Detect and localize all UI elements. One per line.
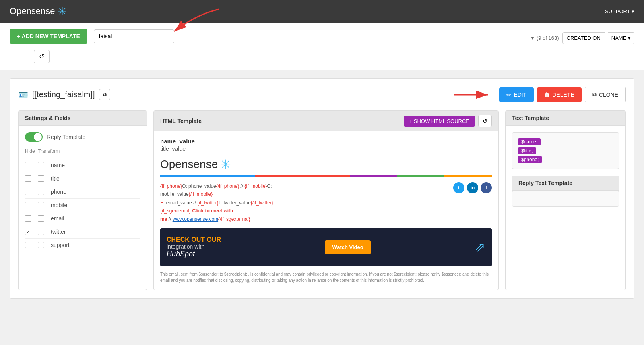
logo-star-icon: ✳ xyxy=(58,5,67,18)
text-template-box: $name; $title; $phone; xyxy=(512,132,619,169)
endif-phone-tag: {/if_phone} xyxy=(216,183,239,189)
field-twitter-label: twitter xyxy=(51,229,140,235)
toolbar-right: ▼ (9 of 163) CREATED ON NAME ▾ xyxy=(530,29,634,44)
html-body: name_value title_value Opensense ✳ xyxy=(154,131,498,290)
banner-sub: integration with xyxy=(167,243,221,250)
disclaimer-text: This email, sent from $sgsender; to $sgr… xyxy=(160,271,492,283)
html-refresh-button[interactable]: ↺ xyxy=(478,115,492,127)
banner-hubspot: HubSpot xyxy=(167,250,221,258)
filter-count: ▼ (9 of 163) xyxy=(530,35,559,41)
edit-button[interactable]: ✏ EDIT xyxy=(499,87,534,102)
field-support-label: support xyxy=(51,242,140,248)
template-name: [[testing_faisalm]] xyxy=(32,90,95,99)
field-mobile-transform-checkbox[interactable] xyxy=(38,202,44,208)
reply-text-box xyxy=(512,191,619,207)
endif-twitter-tag: {/if_twitter} xyxy=(251,200,273,206)
fields-header: Hide Transform xyxy=(25,148,140,156)
field-row-title: title xyxy=(25,172,140,185)
if-phone-tag: {if_phone} xyxy=(160,183,182,189)
field-email-hide-checkbox[interactable] xyxy=(25,215,31,222)
field-name-hide-checkbox[interactable] xyxy=(25,162,31,168)
field-title-label: title xyxy=(51,175,140,182)
template-body: Settings & Fields Reply Template Hide Tr… xyxy=(18,110,626,290)
contact-info-text: {if_phone}O: phone_value{/if_phone} // {… xyxy=(160,182,273,223)
field-mobile-label: mobile xyxy=(51,202,140,208)
contact-line2: E: email_value // {if_twitter}T: twitter… xyxy=(160,199,273,207)
text-template-body: $name; $title; $phone; Reply Text Templa… xyxy=(506,126,625,213)
reset-row: ↺ xyxy=(10,50,50,63)
email-label-red: E: xyxy=(160,200,165,206)
template-card: 🪪 [[testing_faisalm]] ⧉ ✏ xyxy=(10,78,634,299)
tag-name: $name; xyxy=(518,138,541,145)
if-mobile-tag: {if_mobile} xyxy=(245,183,267,189)
field-phone-transform-checkbox[interactable] xyxy=(38,189,44,195)
field-title-hide-checkbox[interactable] xyxy=(25,175,31,182)
settings-header: Settings & Fields xyxy=(19,111,147,126)
text-template-col: Text Template $name; $title; $phone; Rep… xyxy=(505,110,626,290)
contact-line1b: mobile_value{/if_mobile} xyxy=(160,190,273,198)
filter-icon: ▼ xyxy=(530,35,535,41)
clone-icon: ⧉ xyxy=(592,91,597,98)
add-template-button[interactable]: + ADD NEW TEMPLATE xyxy=(10,29,87,44)
sort-name-button[interactable]: NAME ▾ xyxy=(608,32,634,44)
field-row-mobile: mobile xyxy=(25,199,140,212)
html-template-title: HTML Template xyxy=(160,118,202,124)
template-actions: ✏ EDIT 🗑 DELETE ⧉ CLONE xyxy=(499,87,626,102)
sort-created-button[interactable]: CREATED ON xyxy=(562,32,605,44)
color-seg-blue xyxy=(160,175,255,177)
copy-button[interactable]: ⧉ xyxy=(99,89,110,100)
field-name-transform-checkbox[interactable] xyxy=(38,162,44,168)
color-seg-purple xyxy=(350,175,397,177)
field-support-hide-checkbox[interactable] xyxy=(25,242,31,248)
delete-button[interactable]: 🗑 DELETE xyxy=(537,87,581,102)
toolbar-search-row: + ADD NEW TEMPLATE xyxy=(10,29,174,44)
reset-button[interactable]: ↺ xyxy=(34,50,50,63)
main-content: 🪪 [[testing_faisalm]] ⧉ ✏ xyxy=(0,70,644,307)
reply-toggle-label: Reply Template xyxy=(47,134,85,140)
if-twitter-tag: {if_twitter} xyxy=(197,200,219,206)
show-html-source-button[interactable]: + SHOW HTML SOURCE xyxy=(404,116,475,127)
contact-line1: {if_phone}O: phone_value{/if_phone} // {… xyxy=(160,182,273,190)
field-twitter-hide-checkbox[interactable] xyxy=(25,229,31,235)
settings-body: Reply Template Hide Transform name xyxy=(19,126,147,258)
reply-text-template-header: Reply Text Template xyxy=(512,176,619,191)
contact-info-row: {if_phone}O: phone_value{/if_phone} // {… xyxy=(160,182,492,223)
search-input[interactable] xyxy=(94,29,174,43)
logo-text: Opensense xyxy=(10,6,55,17)
field-phone-hide-checkbox[interactable] xyxy=(25,189,31,195)
field-row-support: support xyxy=(25,239,140,251)
watch-video-button[interactable]: Watch Video xyxy=(325,240,370,254)
opensense-link[interactable]: www.opensense.com xyxy=(173,216,218,222)
delete-icon: 🗑 xyxy=(544,91,550,98)
action-arrow-icon xyxy=(452,89,493,101)
edit-icon: ✏ xyxy=(506,91,511,98)
support-menu[interactable]: SUPPORT xyxy=(605,8,634,15)
banner: CHECK OUT OUR integration with HubSpot W… xyxy=(160,228,492,266)
color-seg-red xyxy=(255,175,349,177)
field-email-label: email xyxy=(51,215,140,222)
clone-button[interactable]: ⧉ CLONE xyxy=(585,87,626,102)
field-row-phone: phone xyxy=(25,185,140,199)
app-logo: Opensense ✳ xyxy=(10,5,67,18)
contact-line4: me // www.opensense.com{/if_sgexternal} xyxy=(160,215,273,223)
color-seg-orange xyxy=(444,175,492,177)
settings-col: Settings & Fields Reply Template Hide Tr… xyxy=(18,110,147,290)
reply-template-toggle[interactable] xyxy=(25,132,43,142)
twitter-social-icon[interactable]: t xyxy=(453,182,464,193)
text-template-tags: $name; $title; $phone; xyxy=(517,137,614,164)
field-twitter-transform-checkbox[interactable] xyxy=(38,229,44,235)
facebook-social-icon[interactable]: f xyxy=(481,182,492,193)
html-header-actions: + SHOW HTML SOURCE ↺ xyxy=(404,115,492,127)
linkedin-social-icon[interactable]: in xyxy=(467,182,478,193)
preview-logo-text: Opensense xyxy=(160,158,218,171)
field-email-transform-checkbox[interactable] xyxy=(38,215,44,222)
field-support-transform-checkbox[interactable] xyxy=(38,242,44,248)
field-title-transform-checkbox[interactable] xyxy=(38,175,44,182)
toolbar-left: + ADD NEW TEMPLATE ↺ xyxy=(10,29,174,63)
field-mobile-hide-checkbox[interactable] xyxy=(25,202,31,208)
if-sgexternal-tag: {if_sgexternal} xyxy=(160,208,191,214)
html-template-header: HTML Template + SHOW HTML SOURCE ↺ xyxy=(154,111,498,131)
preview-logo: Opensense ✳ xyxy=(160,157,492,172)
field-phone-label: phone xyxy=(51,189,140,195)
top-navigation: Opensense ✳ SUPPORT xyxy=(0,0,644,23)
